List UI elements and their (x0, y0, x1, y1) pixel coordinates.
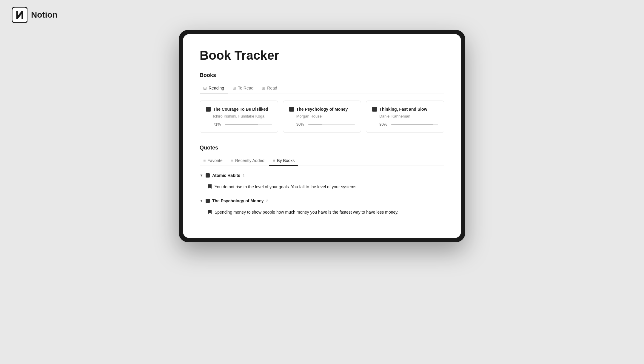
progress-bar-bg-0 (225, 124, 272, 125)
progress-bar-fill-2 (391, 124, 433, 125)
tab-favorite[interactable]: ≡ Favorite (200, 156, 226, 166)
quote-group-1: ▼ The Psychology of Money 2 Spending mon… (200, 198, 444, 218)
book-card-title-2: Thinking, Fast and Slow (379, 107, 427, 112)
progress-bar-fill-0 (225, 124, 258, 125)
progress-row-0: 71% (206, 122, 272, 127)
tab-to-read-label: To Read (238, 86, 253, 90)
tab-recently-added[interactable]: ≡ Recently Added (227, 156, 268, 166)
tab-to-read[interactable]: ⊞ To Read (229, 83, 257, 93)
progress-bar-bg-1 (308, 124, 355, 125)
quote-group-0: ▼ Atomic Habits 1 You do not rise to the… (200, 173, 444, 192)
quote-item-0-0[interactable]: You do not rise to the level of your goa… (200, 181, 444, 192)
books-section-heading: Books (200, 72, 444, 78)
book-card-0[interactable]: The Courage To Be Disliked Ichiro Kishim… (200, 101, 278, 133)
progress-label-1: 30% (296, 122, 306, 127)
notion-logo-icon (12, 7, 27, 23)
quote-text-1-0: Spending money to show people how much m… (215, 209, 398, 215)
group-title-1: The Psychology of Money (212, 198, 264, 203)
book-card-2[interactable]: Thinking, Fast and Slow Daniel Kahneman … (366, 101, 444, 133)
tab-reading[interactable]: ⊞ Reading (200, 83, 228, 93)
page-title: Book Tracker (200, 48, 444, 63)
tab-favorite-label: Favorite (207, 158, 223, 163)
book-icon-0 (206, 107, 211, 112)
book-card-author-1: Morgan Housel (289, 114, 355, 118)
quote-item-1-0[interactable]: Spending money to show people how much m… (200, 207, 444, 218)
book-card-1[interactable]: The Psychology of Money Morgan Housel 30… (283, 101, 361, 133)
grid-icon-2: ⊞ (232, 86, 236, 90)
grid-icon: ⊞ (203, 86, 207, 90)
book-card-title-row-2: Thinking, Fast and Slow (372, 107, 438, 112)
chevron-icon-0: ▼ (200, 173, 203, 178)
book-card-title-1: The Psychology of Money (296, 107, 348, 112)
book-card-author-2: Daniel Kahneman (372, 114, 438, 118)
list-icon-3: ≡ (273, 158, 275, 163)
book-card-title-0: The Courage To Be Disliked (213, 107, 268, 112)
top-bar: Notion (0, 0, 644, 30)
progress-bar-bg-2 (391, 124, 438, 125)
progress-label-2: 90% (379, 122, 389, 127)
quote-group-header-0: ▼ Atomic Habits 1 (200, 173, 444, 178)
page-content: Book Tracker Books ⊞ Reading ⊞ To Read ⊞ (183, 34, 461, 238)
group-book-icon-1 (206, 199, 210, 203)
tab-read[interactable]: ⊞ Read (258, 83, 281, 93)
quotes-section-heading: Quotes (200, 145, 444, 151)
tab-recently-added-label: Recently Added (235, 158, 264, 163)
books-section: Books ⊞ Reading ⊞ To Read ⊞ Read (200, 72, 444, 133)
progress-bar-fill-1 (308, 124, 322, 125)
book-icon-2 (372, 107, 377, 112)
tab-by-books-label: By Books (277, 158, 295, 163)
group-book-icon-0 (206, 173, 210, 178)
tab-reading-label: Reading (209, 86, 224, 90)
book-card-title-row-0: The Courage To Be Disliked (206, 107, 272, 112)
progress-row-2: 90% (372, 122, 438, 127)
tab-by-books[interactable]: ≡ By Books (269, 156, 298, 166)
book-cards-grid: The Courage To Be Disliked Ichiro Kishim… (200, 101, 444, 133)
progress-row-1: 30% (289, 122, 355, 127)
group-count-1: 2 (266, 199, 268, 203)
tab-read-label: Read (267, 86, 277, 90)
quotes-section: Quotes ≡ Favorite ≡ Recently Added ≡ By … (200, 145, 444, 218)
quote-group-header-1: ▼ The Psychology of Money 2 (200, 198, 444, 203)
list-icon-1: ≡ (203, 158, 206, 163)
quote-tabs: ≡ Favorite ≡ Recently Added ≡ By Books (200, 156, 444, 166)
books-tabs: ⊞ Reading ⊞ To Read ⊞ Read (200, 83, 444, 93)
book-card-title-row-1: The Psychology of Money (289, 107, 355, 112)
group-title-0: Atomic Habits (212, 173, 240, 178)
tablet-screen: Book Tracker Books ⊞ Reading ⊞ To Read ⊞ (183, 34, 461, 238)
grid-icon-3: ⊞ (262, 86, 265, 90)
app-name: Notion (31, 10, 58, 20)
book-card-author-0: Ichiro Kishimi, Fumitake Koga (206, 114, 272, 118)
group-count-0: 1 (243, 173, 245, 178)
list-icon-2: ≡ (231, 158, 233, 163)
book-icon-1 (289, 107, 294, 112)
bookmark-icon-0-0 (208, 184, 212, 189)
bookmark-icon-1-0 (208, 210, 212, 214)
chevron-icon-1: ▼ (200, 199, 203, 203)
quote-text-0-0: You do not rise to the level of your goa… (215, 184, 358, 190)
tablet-frame: Book Tracker Books ⊞ Reading ⊞ To Read ⊞ (179, 30, 465, 242)
progress-label-0: 71% (213, 122, 223, 127)
